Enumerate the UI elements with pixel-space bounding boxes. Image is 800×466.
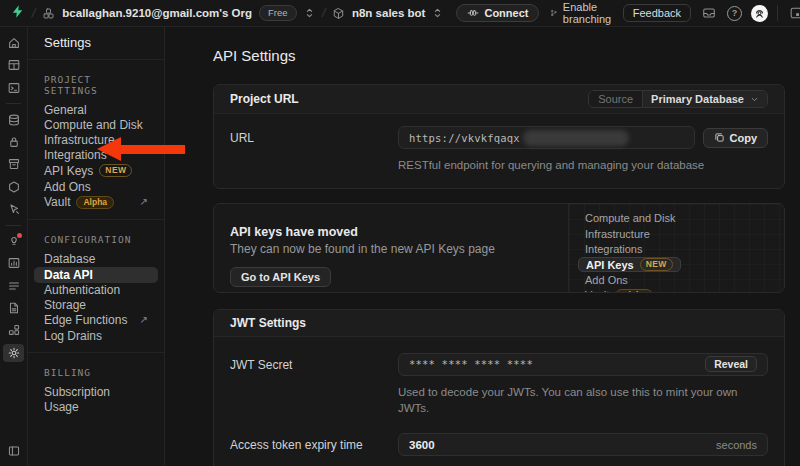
user-avatar[interactable] [751,5,768,22]
project-url-value: https://vkvkfqaqx [409,132,520,144]
sidebar-item-storage[interactable]: Storage [28,298,164,313]
integrations-icon[interactable] [3,321,24,339]
help-icon[interactable]: ? [727,6,742,21]
project-url-card: Project URL Source Primary Database URL … [213,84,785,189]
preview-label: Compute and Disk [585,212,676,224]
sidebar-preview-panel: Compute and Disk Infrastructure Integrat… [568,204,784,292]
item-label: Authentication [44,284,120,296]
sidebar-item-compute-and-disk[interactable]: Compute and Disk [28,117,164,132]
sidebar-item-add-ons[interactable]: Add Ons [28,179,164,194]
external-link-icon: ↗ [683,290,691,293]
section-configuration: CONFIGURATION Database Data API Authenti… [28,220,164,353]
copy-label: Copy [730,132,758,144]
database-icon[interactable] [3,111,24,129]
project-icon [332,7,345,20]
new-badge: NEW [99,164,132,177]
item-label: Infrastructure [44,134,115,146]
inbox-icon[interactable] [700,4,718,22]
item-label: Log Drains [44,330,102,342]
item-label: Add Ons [44,181,91,193]
preview-item: Integrations [585,241,784,256]
authentication-icon[interactable] [3,133,24,151]
go-to-api-keys-button[interactable]: Go to API Keys [230,267,331,287]
sidebar-item-integrations[interactable]: Integrations [28,148,164,163]
home-icon[interactable] [3,34,24,52]
project-switcher-chevrons-icon[interactable] [432,4,443,22]
breadcrumb-separator: / [31,6,37,20]
source-value-label: Primary Database [651,93,744,105]
item-label: Integrations [44,149,107,161]
sidebar-item-general[interactable]: General [28,102,164,117]
expiry-input[interactable]: 3600 seconds [398,433,768,456]
jwt-secret-help: Used to decode your JWTs. You can also u… [398,384,768,417]
section-label: BILLING [28,362,164,384]
jwt-secret-input[interactable]: **** **** **** **** Reveal [398,353,768,376]
sidebar-item-vault[interactable]: Vault Alpha ↗ [28,194,164,210]
project-url-input[interactable]: https://vkvkfqaqx [398,126,695,149]
card-title: JWT Settings [230,316,306,330]
sidebar-item-edge-functions[interactable]: Edge Functions ↗ [28,313,164,328]
edge-functions-icon[interactable] [3,178,24,196]
realtime-icon[interactable] [3,200,24,218]
source-label: Source [589,91,643,107]
project-breadcrumb[interactable]: n8n sales bot [352,7,426,19]
organization-icon [42,7,55,20]
item-label: Database [44,253,95,265]
jwt-settings-card: JWT Settings JWT Secret **** **** **** *… [213,309,785,466]
item-label: Data API [44,269,93,281]
sidebar-item-data-api[interactable]: Data API [34,267,158,283]
jwt-secret-label: JWT Secret [230,353,398,429]
moved-title: API keys have moved [230,225,552,239]
plan-badge: Free [259,5,297,21]
jwt-card-header: JWT Settings [214,310,784,337]
copy-button[interactable]: Copy [703,128,769,148]
expiry-value: 3600 [409,439,435,451]
connect-label: Connect [484,7,528,19]
sidebar-item-log-drains[interactable]: Log Drains [28,328,164,343]
feedback-button[interactable]: Feedback [623,4,691,22]
alpha-badge: Alpha [615,289,653,293]
supabase-logo-icon[interactable] [10,4,25,22]
api-docs-icon[interactable] [3,299,24,317]
connect-button[interactable]: Connect [456,4,539,22]
source-select[interactable]: Source Primary Database [588,90,768,108]
reveal-button[interactable]: Reveal [705,356,757,372]
moved-subtitle: They can now be found in the new API Key… [230,242,552,256]
page-title: API Settings [213,47,785,64]
table-editor-icon[interactable] [3,56,24,74]
copy-icon [714,132,725,143]
org-switcher-chevrons-icon[interactable] [304,4,315,22]
preview-item-vault: Vault Alpha ↗ [585,288,784,293]
project-settings-icon[interactable] [3,344,24,362]
preview-label: API Keys [586,259,634,271]
sidebar-item-authentication[interactable]: Authentication [28,283,164,298]
preview-label: Vault [585,289,609,292]
advisors-icon[interactable] [3,232,24,250]
section-billing: BILLING Subscription Usage [28,353,164,414]
external-link-icon: ↗ [140,196,148,208]
sidebar-item-subscription[interactable]: Subscription [28,384,164,399]
chevron-down-icon [750,95,759,104]
item-label: Edge Functions [44,314,127,326]
preview-label: Infrastructure [585,228,650,240]
preview-label: Add Ons [585,274,628,286]
new-badge: NEW [640,258,673,271]
reports-icon[interactable] [3,254,24,272]
sidebar-item-database[interactable]: Database [28,251,164,266]
sidebar-item-infrastructure[interactable]: Infrastructure [28,132,164,147]
enable-branching-button[interactable]: Enable branching [550,1,615,25]
logs-icon[interactable] [3,277,24,295]
sidebar-item-api-keys[interactable]: API Keys NEW [28,163,164,179]
collapse-sidebar-icon[interactable] [3,442,24,460]
item-label: Subscription [44,386,110,398]
sidebar-item-usage[interactable]: Usage [28,399,164,414]
source-value[interactable]: Primary Database [643,91,767,107]
rail-divider [6,103,21,104]
left-icon-rail [0,27,28,466]
sql-editor-icon[interactable] [3,79,24,97]
storage-icon[interactable] [3,155,24,173]
item-label: Vault [44,196,70,208]
org-breadcrumb[interactable]: bcallaghan.9210@gmail.com's Org [62,7,252,19]
topbar-divider [777,5,778,21]
assistant-panel-icon[interactable] [787,4,800,22]
